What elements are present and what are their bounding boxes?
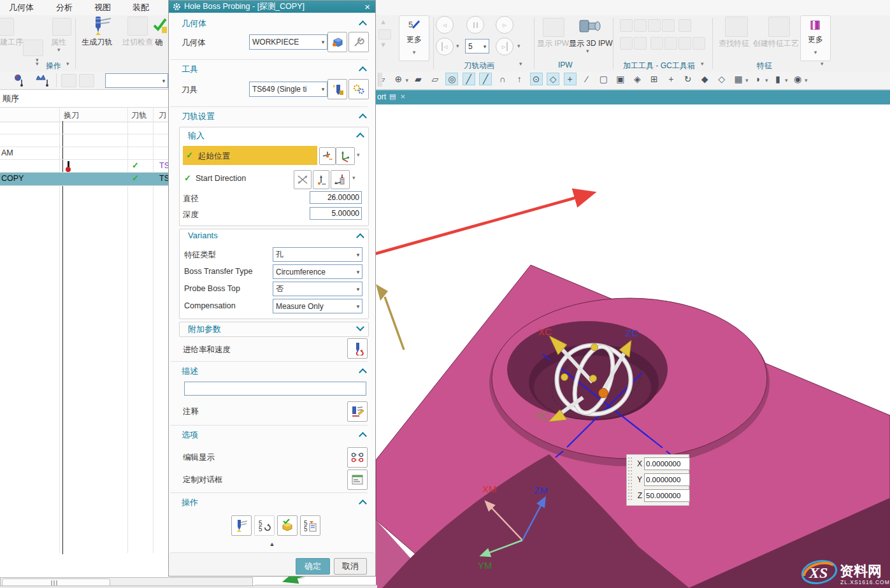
flip-direction-button[interactable] <box>294 170 312 189</box>
snap-point-on-icon[interactable]: ◈ <box>631 73 643 85</box>
snap-center-icon[interactable]: ⊙ <box>530 73 543 85</box>
feature-group-caret[interactable]: ▾ <box>821 61 824 67</box>
description-header[interactable]: 描述 <box>182 366 198 377</box>
point-constructor-button[interactable] <box>319 147 336 165</box>
view-shaded-icon[interactable]: ◆ <box>698 73 711 85</box>
snap-face2-icon[interactable]: ▢ <box>597 73 610 85</box>
view-zoom-window-icon[interactable]: ⊞ <box>648 73 661 85</box>
z-coord-input[interactable]: 50.000000 <box>644 489 690 502</box>
edit-geometry-button[interactable] <box>348 32 369 52</box>
snap-midpoint-icon[interactable]: ╱ <box>463 73 475 85</box>
tab-close-icon[interactable]: × <box>400 92 405 101</box>
options-chevron[interactable] <box>359 432 367 440</box>
view-grid-icon[interactable]: ▦ <box>732 73 745 85</box>
csys-dropdown-button[interactable] <box>336 147 355 165</box>
geometry-section-header[interactable]: 几何体 <box>182 18 206 29</box>
part-tab[interactable]: ort ▤ × <box>377 92 405 101</box>
actions-header[interactable]: 操作 <box>182 497 198 508</box>
gouge-check-icon[interactable] <box>127 17 148 36</box>
description-chevron[interactable] <box>359 368 367 376</box>
snap-endpoint-icon[interactable]: ◎ <box>445 73 458 85</box>
view-pan-icon[interactable]: + <box>664 73 677 85</box>
options-header[interactable]: 选项 <box>182 429 198 441</box>
anim-group-caret[interactable]: ▾ <box>519 61 522 67</box>
more-button-feature[interactable]: 更多 ▾ <box>800 15 831 61</box>
object-pin-icon[interactable] <box>13 73 31 87</box>
attributes-icon[interactable] <box>52 18 71 36</box>
description-input[interactable] <box>184 382 366 396</box>
start-pos-caret[interactable]: ▾ <box>357 152 360 158</box>
actions-chevron[interactable] <box>359 499 367 508</box>
action-generate-button[interactable] <box>231 515 252 536</box>
variants-header[interactable]: Variants <box>188 231 218 240</box>
col-tool-change[interactable]: 换刀 <box>64 110 79 121</box>
path-settings-chevron[interactable] <box>359 113 367 122</box>
play-button[interactable]: ▹ <box>496 16 513 34</box>
x-coord-input[interactable]: 0.0000000 <box>644 457 690 470</box>
note-edit-button[interactable] <box>347 401 368 422</box>
new-tool-button[interactable] <box>327 79 347 99</box>
speed-combo[interactable]: 5▾ <box>465 39 489 54</box>
geometry-collapse-chevron[interactable] <box>359 20 367 29</box>
diameter-input[interactable] <box>310 191 362 204</box>
start-position-row[interactable]: ✓ 起始位置 <box>183 146 317 165</box>
point-dialog-button[interactable] <box>313 170 329 189</box>
go-start-button[interactable]: ◃ <box>436 38 454 55</box>
action-list-button[interactable]: 55 <box>300 515 320 536</box>
extra-params-header[interactable]: 附加参数 <box>188 324 221 335</box>
cyl-caret[interactable]: ▾ <box>785 77 788 83</box>
input-header[interactable]: 输入 <box>188 130 205 141</box>
cancel-button[interactable]: 取消 <box>334 558 367 575</box>
view-info-icon[interactable]: ◉ <box>791 73 804 85</box>
ok-button[interactable]: 确定 <box>296 558 330 575</box>
view-wireframe-icon[interactable]: ◇ <box>715 73 728 85</box>
step-back-button[interactable]: ◃ <box>436 16 454 34</box>
snap-face-icon[interactable]: ▱ <box>429 73 441 85</box>
edit-display-button[interactable] <box>347 447 368 468</box>
show-3d-ipw-icon[interactable] <box>578 17 603 36</box>
go-end-button[interactable]: ▹ <box>496 38 513 55</box>
more-button-anim[interactable]: 5 更多 ▾ <box>399 15 429 61</box>
tab-assembly[interactable]: 装配 <box>133 2 149 13</box>
find-feature-icon[interactable] <box>725 17 748 37</box>
info-caret[interactable]: ▾ <box>805 77 808 83</box>
dialog-titlebar[interactable]: Hole Boss Probing - [探测_COPY] × <box>169 1 375 13</box>
snap-curve-icon[interactable]: ∕ <box>580 73 593 85</box>
pause-button[interactable] <box>466 16 484 34</box>
tool-collapse-chevron[interactable] <box>359 66 367 75</box>
feature-type-combo[interactable]: 孔▾ <box>273 247 362 262</box>
custom-dialog-button[interactable] <box>347 470 368 490</box>
grid-caret[interactable]: ▾ <box>745 77 749 83</box>
show-ipw-icon[interactable] <box>543 18 564 37</box>
path-settings-section-header[interactable]: 刀轨设置 <box>182 111 215 122</box>
generate-toolpath-icon[interactable] <box>90 15 112 36</box>
snap-arc-icon[interactable]: ∩ <box>496 73 509 85</box>
tab-analysis[interactable]: 分析 <box>56 2 73 13</box>
show-3d-ipw-label[interactable]: 显示 3D IPW <box>569 38 613 49</box>
half-caret[interactable]: ▾ <box>765 77 768 83</box>
attributes-caret[interactable]: ▾ <box>57 47 61 53</box>
col-toolpath[interactable]: 刀轨 <box>131 110 147 121</box>
snap-control-point-icon[interactable]: ╱ <box>479 73 492 85</box>
probe-boss-top-combo[interactable]: 否▾ <box>273 282 362 296</box>
compensation-combo[interactable]: Measure Only▾ <box>273 299 362 313</box>
snap-point-dialog-icon[interactable]: ⊕ <box>392 73 405 85</box>
action-replay-button[interactable]: 55 <box>254 515 275 536</box>
move-down-icon[interactable]: ▼ <box>380 41 387 48</box>
show-3d-ipw-caret[interactable]: ▾ <box>586 48 589 54</box>
y-coord-input[interactable]: 0.0000000 <box>644 473 690 486</box>
vector-dialog-button[interactable] <box>331 170 350 189</box>
ops-group-caret[interactable]: ▾ <box>66 61 69 67</box>
view-cylinder-icon[interactable]: ▮ <box>772 73 784 85</box>
group-caret[interactable]: ▾ <box>36 61 39 67</box>
view-half-icon[interactable]: ◗ <box>752 73 764 85</box>
snap-caret[interactable]: ▾ <box>405 77 408 83</box>
tool-combo[interactable]: TS649 (Single ti▾ <box>249 82 327 97</box>
geometry-combo[interactable]: WORKPIECE▾ <box>249 34 327 50</box>
go-start-caret[interactable]: ▾ <box>456 43 459 49</box>
tab-geometry[interactable]: 几何体 <box>9 2 34 13</box>
filter-combo[interactable]: ▾ <box>105 73 168 88</box>
confirm-toolpath-label[interactable]: 确 <box>155 37 168 48</box>
dialog-collapse-toggle[interactable]: ▲ <box>169 541 375 547</box>
move-up-icon[interactable]: ▲ <box>380 18 387 25</box>
